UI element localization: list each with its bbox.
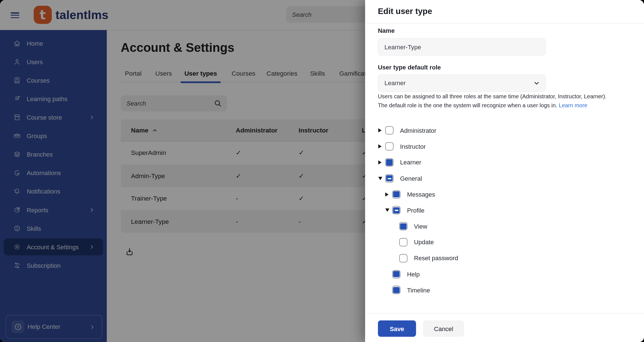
checkbox-profile[interactable]: [392, 206, 400, 214]
role-label: User type default role: [378, 64, 441, 71]
role-select[interactable]: Learner: [378, 75, 546, 92]
tree-item-reset-password[interactable]: Reset password: [365, 250, 644, 266]
permissions-tree: Administrator Instructor Learner General: [365, 122, 644, 298]
edit-user-type-panel: Edit user type Name User type default ro…: [365, 0, 644, 342]
checkbox-view[interactable]: [399, 222, 407, 230]
tree-label: Profile: [407, 207, 424, 214]
tree-item-messages[interactable]: Messages: [365, 186, 644, 202]
checkbox-administrator[interactable]: [385, 126, 393, 134]
expand-arrow-icon[interactable]: [378, 160, 385, 165]
expand-arrow-icon[interactable]: [385, 192, 392, 196]
name-label: Name: [378, 27, 395, 34]
divider: [365, 313, 644, 314]
tree-item-learner[interactable]: Learner: [365, 154, 644, 170]
tree-item-help[interactable]: Help: [365, 266, 644, 282]
tree-label: Update: [414, 239, 434, 246]
application-window: t talentlms Home Users Courses Learning …: [0, 0, 644, 342]
checkbox-instructor[interactable]: [385, 142, 393, 150]
tree-label: Timeline: [407, 287, 430, 294]
collapse-arrow-icon[interactable]: [385, 209, 392, 212]
expand-arrow-icon[interactable]: [378, 129, 385, 133]
panel-title: Edit user type: [378, 6, 432, 16]
tree-item-administrator[interactable]: Administrator: [365, 122, 644, 138]
tree-label: General: [400, 175, 422, 182]
tree-item-general[interactable]: General: [365, 170, 644, 186]
tree-label: Learner: [400, 159, 421, 166]
checkbox-messages[interactable]: [392, 190, 400, 198]
checkbox-learner[interactable]: [385, 158, 393, 166]
cancel-button[interactable]: Cancel: [423, 320, 464, 337]
helper-text-1: Users can be assigned to all three roles…: [378, 93, 607, 99]
name-field[interactable]: [378, 39, 546, 55]
modal-backdrop[interactable]: [0, 0, 365, 342]
expand-arrow-icon[interactable]: [378, 145, 385, 149]
tree-label: Instructor: [400, 143, 426, 150]
tree-label: Messages: [407, 191, 435, 198]
role-select-value: Learner: [384, 75, 406, 91]
learn-more-link[interactable]: Learn more: [559, 103, 587, 109]
tree-label: Reset password: [414, 255, 458, 262]
tree-item-instructor[interactable]: Instructor: [365, 138, 644, 154]
checkbox-general[interactable]: [385, 174, 393, 182]
tree-item-profile[interactable]: Profile: [365, 202, 644, 218]
helper-text-2: The default role is the one the system w…: [378, 103, 587, 109]
tree-item-timeline[interactable]: Timeline: [365, 282, 644, 298]
tree-label: Administrator: [400, 127, 436, 134]
divider: [365, 23, 644, 23]
tree-label: View: [414, 223, 427, 230]
checkbox-timeline[interactable]: [392, 286, 400, 294]
tree-item-update[interactable]: Update: [365, 234, 644, 250]
save-button[interactable]: Save: [378, 320, 416, 337]
checkbox-update[interactable]: [399, 238, 407, 246]
checkbox-reset-password[interactable]: [399, 254, 407, 262]
collapse-arrow-icon[interactable]: [378, 177, 385, 180]
name-field-wrap: [378, 38, 546, 56]
helper-text-2-body: The default role is the one the system w…: [378, 103, 557, 109]
chevron-down-icon: [533, 80, 540, 87]
tree-item-view[interactable]: View: [365, 218, 644, 234]
tree-label: Help: [407, 271, 420, 278]
checkbox-help[interactable]: [392, 270, 400, 278]
